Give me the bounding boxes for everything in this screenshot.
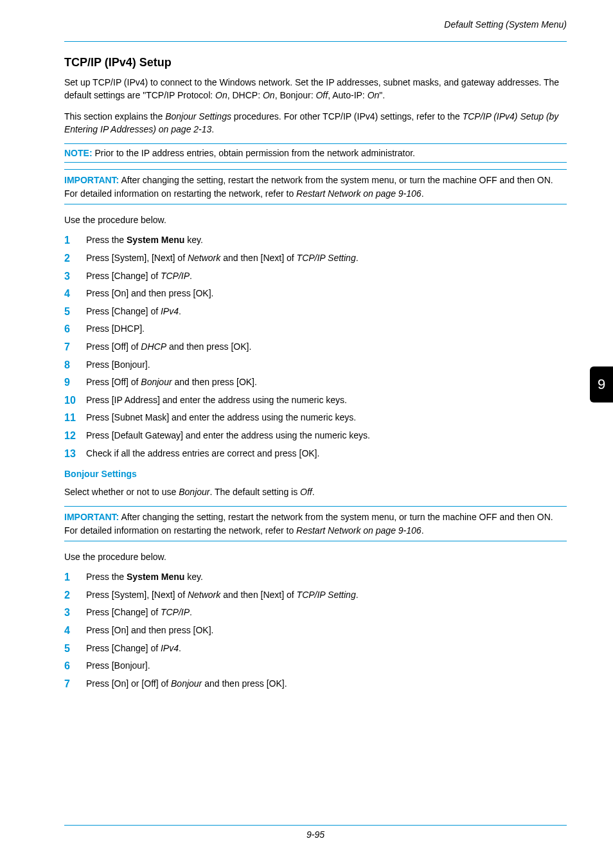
text: and then [Next] of (220, 253, 296, 263)
step-number: 2 (64, 588, 82, 602)
use-below-2: Use the procedure below. (64, 550, 567, 563)
step: 2Press [System], [Next] of Network and t… (64, 252, 567, 265)
step-number: 13 (64, 447, 82, 461)
text: Press [On] or [Off] of (86, 678, 171, 689)
step-number: 2 (64, 251, 82, 266)
text: TCP/IP Setting (297, 590, 356, 600)
text: Restart Network on page 9-106 (296, 188, 422, 199)
step-number: 11 (64, 411, 82, 425)
step: 3Press [Change] of TCP/IP. (64, 606, 567, 619)
text: . (179, 306, 181, 316)
text: . (356, 253, 359, 263)
step: 13Check if all the address entries are c… (64, 448, 567, 460)
text: and then press [OK]. (166, 341, 251, 352)
step: 2Press [System], [Next] of Network and t… (64, 589, 567, 602)
text: ". (379, 90, 385, 100)
text: Press [Default Gateway] and enter the ad… (86, 430, 370, 440)
step-number: 10 (64, 393, 82, 408)
text: Press [Subnet Mask] and enter the addres… (86, 412, 356, 422)
note-rule-bottom (64, 162, 567, 163)
text: key. (184, 572, 203, 582)
text: Off (315, 90, 328, 100)
step-number: 6 (64, 659, 82, 673)
text: Press [Off] of (86, 341, 141, 352)
page-number: 9-95 (64, 829, 567, 840)
text: and then press [OK]. (172, 377, 257, 387)
step: 4Press [On] and then press [OK]. (64, 624, 567, 637)
header: Default Setting (System Menu) (64, 19, 567, 39)
text: Bonjour (141, 377, 172, 387)
text: , Bonjour: (275, 90, 316, 100)
step-number: 5 (64, 642, 82, 656)
text: procedures. For other TCP/IP (IPv4) sett… (231, 111, 463, 122)
step: 3Press [Change] of TCP/IP. (64, 270, 567, 283)
text: IPv4 (161, 643, 179, 653)
text: Network (188, 253, 220, 263)
text: Press the (86, 572, 127, 582)
intro-para-2: This section explains the Bonjour Settin… (64, 110, 567, 136)
text: . (179, 643, 181, 653)
step-number: 3 (64, 269, 82, 284)
step-number: 1 (64, 570, 82, 584)
text: System Menu (127, 235, 184, 245)
step: 7Press [Off] of DHCP and then press [OK]… (64, 341, 567, 354)
text: and then press [OK]. (202, 678, 287, 689)
text: . (422, 525, 424, 536)
text: Bonjour (179, 487, 209, 497)
text: . (190, 607, 192, 617)
bonjour-para: Select whether or not to use Bonjour. Th… (64, 485, 567, 498)
step-number: 6 (64, 322, 82, 336)
step-number: 5 (64, 305, 82, 319)
footer-rule (64, 825, 567, 826)
text: , Auto-IP: (328, 90, 367, 100)
intro-para-1: Set up TCP/IP (IPv4) to connect to the W… (64, 76, 567, 102)
steps-list-1: 1Press the System Menu key. 2Press [Syst… (64, 234, 567, 460)
step: 11Press [Subnet Mask] and enter the addr… (64, 411, 567, 424)
text: IPv4 (161, 306, 179, 316)
text: key. (184, 235, 203, 245)
use-below-1: Use the procedure below. (64, 213, 567, 226)
text: . (211, 124, 214, 134)
step: 8Press [Bonjour]. (64, 359, 567, 372)
step: 9Press [Off] of Bonjour and then press [… (64, 376, 567, 389)
text: , DHCP: (227, 90, 263, 100)
step: 12Press [Default Gateway] and enter the … (64, 429, 567, 442)
text: Bonjour Settings (165, 111, 231, 122)
text: . (312, 487, 315, 497)
text: . (356, 590, 359, 600)
important-block-1: IMPORTANT: After changing the setting, r… (64, 169, 567, 204)
text: . (190, 271, 192, 281)
step-number: 7 (64, 340, 82, 354)
step: 1Press the System Menu key. (64, 571, 567, 584)
text: Press [Bonjour]. (86, 359, 150, 370)
text: Press [IP Address] and enter the address… (86, 395, 347, 405)
text: TCP/IP (161, 271, 190, 281)
text: Press [Change] of (86, 607, 161, 617)
text: . (422, 188, 424, 199)
text: On (263, 90, 275, 100)
bonjour-heading: Bonjour Settings (64, 469, 567, 479)
step-number: 9 (64, 375, 82, 390)
text: Press [On] and then press [OK]. (86, 625, 213, 635)
text: Select whether or not to use (64, 487, 179, 497)
header-rule (64, 41, 567, 42)
text: Press the (86, 235, 127, 245)
page: Default Setting (System Menu) 9 TCP/IP (… (0, 0, 613, 868)
step: 5Press [Change] of IPv4. (64, 642, 567, 655)
running-header: Default Setting (System Menu) (444, 19, 567, 30)
text: System Menu (127, 572, 184, 582)
step-number: 8 (64, 358, 82, 372)
step: 1Press the System Menu key. (64, 234, 567, 247)
step-number: 4 (64, 287, 82, 301)
text: Network (188, 590, 220, 600)
text: TCP/IP Setting (297, 253, 356, 263)
step: 7Press [On] or [Off] of Bonjour and then… (64, 678, 567, 691)
text: Press [On] and then press [OK]. (86, 288, 213, 298)
text: Bonjour (171, 678, 202, 689)
note-body: Prior to the IP address entries, obtain … (93, 148, 415, 158)
text: Press [Change] of (86, 643, 161, 653)
step-number: 4 (64, 624, 82, 638)
note-label: NOTE: (64, 148, 93, 158)
text: Check if all the address entries are cor… (86, 448, 319, 458)
important-label: IMPORTANT: (64, 512, 119, 522)
